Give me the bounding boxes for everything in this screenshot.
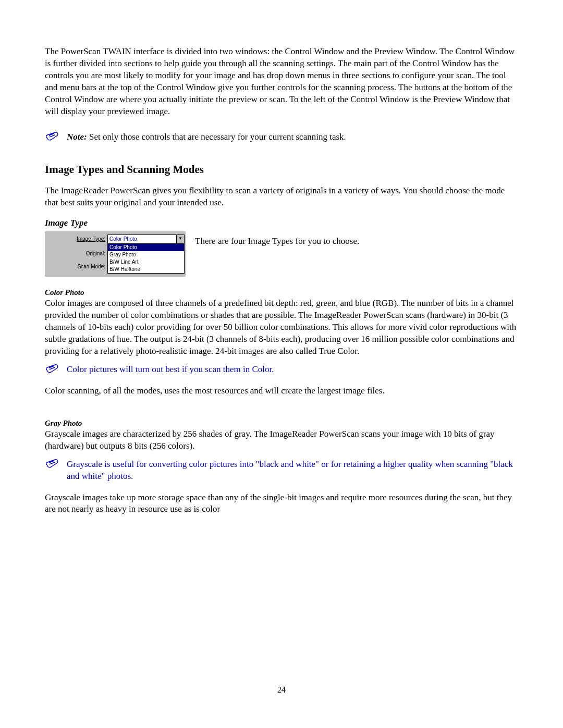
color-photo-tail: Color scanning, of all the modes, uses t… <box>45 385 518 397</box>
note-label: Note: <box>67 132 87 142</box>
section-heading-image-types: Image Types and Scanning Modes <box>45 162 518 177</box>
image-type-dropdown-figure: Image Type: Color Photo ▼ Original: Scan… <box>45 231 186 277</box>
note-text: Note: Set only those controls that are n… <box>67 131 518 143</box>
hand-note-icon <box>45 363 60 374</box>
note-block: Color pictures will turn out best if you… <box>45 363 518 376</box>
dropdown-option[interactable]: Gray Photo <box>108 251 184 258</box>
image-type-caption: There are four Image Types for you to ch… <box>195 231 359 248</box>
note-block: Note: Set only those controls that are n… <box>45 130 518 143</box>
note-text: Color pictures will turn out best if you… <box>67 364 518 376</box>
modes-intro-paragraph: The ImageReader PowerScan gives you flex… <box>45 185 518 209</box>
hand-note-icon <box>45 130 60 142</box>
color-photo-heading: Color Photo <box>45 287 518 298</box>
dropdown-label-original: Original: <box>46 250 105 257</box>
chevron-down-icon[interactable]: ▼ <box>177 235 185 244</box>
note-block: Grayscale is useful for converting color… <box>45 458 518 483</box>
dropdown-label-scan-mode: Scan Mode: <box>46 263 105 270</box>
dropdown-label-image-type: Image Type: <box>46 235 107 244</box>
intro-paragraph: The PowerScan TWAIN interface is divided… <box>45 46 518 118</box>
note-body: Set only those controls that are necessa… <box>87 132 346 142</box>
gray-photo-body: Grayscale images are characterized by 25… <box>45 428 518 452</box>
dropdown-option[interactable]: B/W Halftone <box>108 266 184 273</box>
gray-photo-tail: Grayscale images take up more storage sp… <box>45 492 518 516</box>
page-number: 24 <box>0 684 563 696</box>
image-type-subheading: Image Type <box>45 217 518 229</box>
gray-photo-heading: Gray Photo <box>45 418 518 428</box>
document-page: The PowerScan TWAIN interface is divided… <box>0 0 563 728</box>
dropdown-selected[interactable]: Color Photo <box>107 235 177 244</box>
hand-note-icon <box>45 458 60 469</box>
dropdown-option[interactable]: Color Photo <box>108 244 184 251</box>
color-photo-body: Color images are composed of three chann… <box>45 298 518 357</box>
dropdown-side-labels: Original: Scan Mode: <box>46 244 107 274</box>
dropdown-option[interactable]: B/W Line Art <box>108 258 184 266</box>
dropdown-selected-text: Color Photo <box>109 236 137 243</box>
image-type-row: Image Type: Color Photo ▼ Original: Scan… <box>45 231 518 277</box>
note-text: Grayscale is useful for converting color… <box>67 459 518 483</box>
